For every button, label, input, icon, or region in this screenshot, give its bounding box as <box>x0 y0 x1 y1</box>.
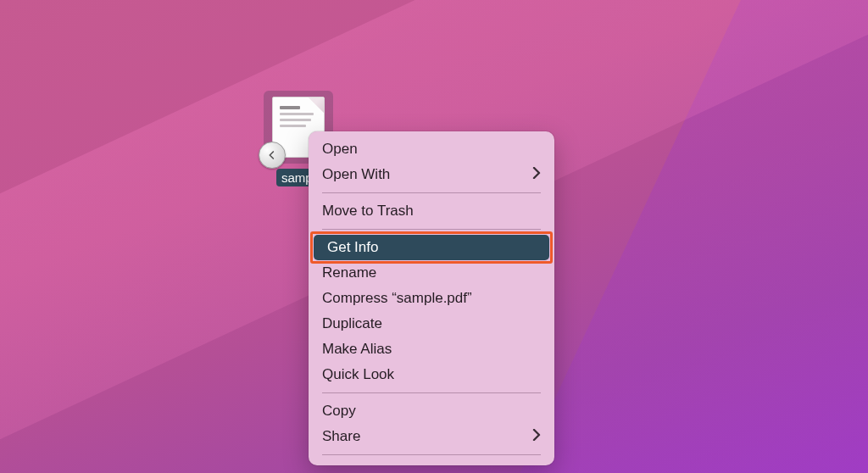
menu-separator <box>322 192 541 193</box>
menu-separator <box>322 229 541 230</box>
menu-item-label: Open With <box>322 166 390 183</box>
context-menu: Open Open With Move to Trash Get Info Re… <box>309 131 554 465</box>
menu-item-copy[interactable]: Copy <box>309 398 554 424</box>
menu-separator <box>322 454 541 455</box>
menu-separator <box>322 392 541 393</box>
menu-item-label: Open <box>322 141 358 158</box>
menu-item-label: Duplicate <box>322 315 382 332</box>
menu-item-label: Rename <box>322 264 376 281</box>
menu-item-open-with[interactable]: Open With <box>309 162 554 187</box>
menu-item-label: Share <box>322 428 360 445</box>
document-lines <box>280 106 317 127</box>
menu-item-label: Get Info <box>327 239 378 256</box>
chevron-right-icon <box>532 428 541 445</box>
menu-bottom-cutoff <box>309 460 554 465</box>
menu-item-share[interactable]: Share <box>309 424 554 449</box>
menu-item-quick-look[interactable]: Quick Look <box>309 362 554 387</box>
menu-item-move-to-trash[interactable]: Move to Trash <box>309 198 554 224</box>
menu-item-open[interactable]: Open <box>309 136 554 162</box>
menu-item-label: Copy <box>322 403 356 420</box>
desktop-wallpaper: sampl Open Open With Move to Trash Get I… <box>0 0 868 473</box>
menu-item-label: Move to Trash <box>322 203 414 220</box>
menu-item-label: Compress “sample.pdf” <box>322 290 472 307</box>
menu-item-make-alias[interactable]: Make Alias <box>309 337 554 362</box>
menu-item-duplicate[interactable]: Duplicate <box>309 311 554 337</box>
menu-item-label: Make Alias <box>322 341 392 358</box>
back-arrow-badge-icon <box>259 142 286 169</box>
menu-item-get-info[interactable]: Get Info <box>314 235 549 260</box>
menu-item-label: Quick Look <box>322 366 394 383</box>
menu-item-compress[interactable]: Compress “sample.pdf” <box>309 286 554 311</box>
chevron-right-icon <box>532 166 541 183</box>
menu-item-rename[interactable]: Rename <box>309 260 554 286</box>
